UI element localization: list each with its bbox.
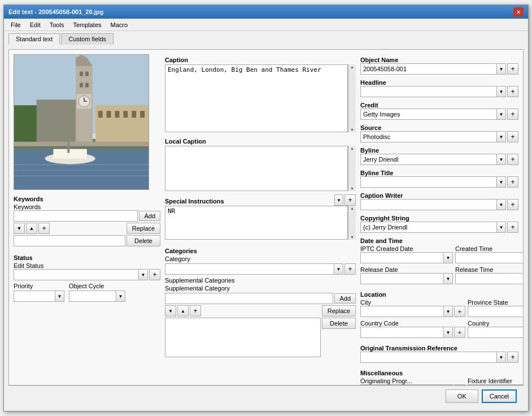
byline-title-dropdown[interactable]: ▼ bbox=[360, 176, 506, 188]
source-plus-btn[interactable]: + bbox=[507, 131, 518, 142]
object-name-input[interactable] bbox=[361, 65, 496, 73]
source-dd-btn[interactable]: ▼ bbox=[496, 132, 505, 142]
created-time-dropdown[interactable]: ▼ bbox=[455, 252, 524, 263]
edit-status-dropdown-btn[interactable]: ▼ bbox=[138, 270, 147, 280]
otr-dd-btn[interactable]: ▼ bbox=[496, 352, 505, 362]
credit-dropdown[interactable]: ▼ bbox=[360, 109, 506, 120]
menu-tools[interactable]: Tools bbox=[45, 20, 69, 29]
caption-textarea[interactable]: England, London, Big Ben and Thames Rive… bbox=[165, 64, 348, 132]
si-scroll-down[interactable]: ▼ bbox=[349, 235, 355, 240]
edit-status-plus-btn[interactable]: + bbox=[149, 269, 160, 280]
category-plus-btn[interactable]: + bbox=[345, 263, 356, 275]
release-time-input[interactable] bbox=[456, 275, 524, 283]
otr-dropdown[interactable]: ▼ bbox=[360, 352, 506, 363]
copyright-dropdown[interactable]: ▼ bbox=[360, 222, 506, 233]
si-scroll[interactable]: ▲ ▼ bbox=[348, 206, 356, 240]
sup-dd-btn[interactable]: ▼ bbox=[165, 305, 176, 317]
priority-arrow[interactable]: ▼ bbox=[55, 291, 64, 301]
caption-writer-dd-btn[interactable]: ▼ bbox=[496, 200, 505, 210]
object-name-dropdown[interactable]: ▼ bbox=[360, 63, 506, 75]
country-dropdown[interactable]: ▼ bbox=[468, 327, 524, 338]
sup-up-btn[interactable]: ▲ bbox=[177, 305, 189, 317]
local-caption-scroll[interactable]: ▲ ▼ bbox=[348, 146, 356, 191]
copyright-dd-btn[interactable]: ▼ bbox=[496, 222, 505, 232]
edit-status-input[interactable] bbox=[14, 271, 138, 279]
object-name-plus-btn[interactable]: + bbox=[507, 63, 518, 75]
created-time-input[interactable] bbox=[456, 254, 524, 262]
country-code-plus-btn[interactable]: + bbox=[454, 327, 465, 338]
byline-title-plus-btn[interactable]: + bbox=[507, 176, 518, 188]
caption-writer-dropdown[interactable]: ▼ bbox=[360, 199, 506, 210]
si-textarea[interactable]: NR bbox=[165, 206, 348, 240]
byline-title-dd-btn[interactable]: ▼ bbox=[496, 177, 505, 187]
headline-dropdown[interactable]: ▼ bbox=[360, 86, 506, 97]
menu-edit[interactable]: Edit bbox=[25, 20, 45, 29]
caption-writer-plus-btn[interactable]: + bbox=[507, 199, 518, 210]
caption-writer-input[interactable] bbox=[361, 201, 496, 209]
si-scroll-up[interactable]: ▲ bbox=[349, 206, 355, 211]
category-dropdown[interactable]: ▼ bbox=[165, 263, 343, 275]
category-input[interactable] bbox=[165, 265, 334, 273]
byline-input[interactable] bbox=[361, 155, 496, 163]
object-cycle-dropdown[interactable]: ▼ bbox=[69, 291, 125, 302]
close-button[interactable]: ✕ bbox=[513, 7, 524, 16]
tab-standard-text[interactable]: Standard text bbox=[8, 33, 60, 45]
local-scroll-up-btn[interactable]: ▲ bbox=[349, 146, 355, 151]
byline-dd-btn[interactable]: ▼ bbox=[496, 154, 505, 164]
ok-button[interactable]: OK bbox=[446, 389, 478, 403]
headline-plus-btn[interactable]: + bbox=[507, 86, 518, 97]
country-code-dropdown[interactable]: ▼ bbox=[360, 327, 453, 338]
byline-plus-btn[interactable]: + bbox=[507, 154, 518, 165]
object-name-dd-btn[interactable]: ▼ bbox=[496, 64, 505, 74]
object-cycle-arrow[interactable]: ▼ bbox=[116, 291, 125, 301]
menu-macro[interactable]: Macro bbox=[106, 20, 133, 29]
copyright-plus-btn[interactable]: + bbox=[507, 222, 518, 233]
otr-plus-btn[interactable]: + bbox=[507, 352, 518, 363]
country-code-input[interactable] bbox=[361, 328, 443, 336]
source-input[interactable] bbox=[361, 133, 496, 141]
local-caption-textarea[interactable] bbox=[165, 146, 348, 191]
headline-input[interactable] bbox=[361, 88, 496, 96]
release-date-dropdown[interactable]: ▼ bbox=[360, 273, 453, 284]
byline-dropdown[interactable]: ▼ bbox=[360, 154, 506, 165]
menu-file[interactable]: File bbox=[6, 20, 25, 29]
iptc-created-input[interactable] bbox=[361, 254, 443, 262]
si-add-btn[interactable]: + bbox=[345, 194, 356, 206]
headline-dd-btn[interactable]: ▼ bbox=[496, 86, 505, 97]
source-dropdown[interactable]: ▼ bbox=[360, 131, 506, 142]
supplemental-category-input[interactable] bbox=[165, 293, 333, 304]
supplemental-replace-btn[interactable]: Replace bbox=[322, 305, 356, 317]
keywords-list[interactable] bbox=[14, 235, 125, 246]
priority-dropdown[interactable]: ▼ bbox=[14, 291, 64, 302]
province-dropdown[interactable]: ▼ bbox=[468, 306, 524, 317]
scroll-down-btn[interactable]: ▼ bbox=[349, 127, 355, 132]
edit-status-dropdown[interactable]: ▼ bbox=[14, 269, 148, 280]
credit-input[interactable] bbox=[361, 110, 496, 118]
release-date-input[interactable] bbox=[361, 275, 443, 283]
copyright-input[interactable] bbox=[361, 223, 496, 231]
release-time-dropdown[interactable]: ▼ bbox=[455, 273, 524, 284]
keywords-add-btn[interactable]: Add bbox=[139, 211, 160, 221]
supplemental-delete-btn[interactable]: Delete bbox=[322, 318, 356, 329]
tab-custom-fields[interactable]: Custom fields bbox=[61, 33, 114, 45]
cancel-button[interactable]: Cancel bbox=[482, 389, 517, 403]
si-dropdown-btn[interactable]: ▼ bbox=[334, 194, 343, 206]
keywords-replace-btn[interactable]: Replace bbox=[127, 223, 160, 234]
caption-scroll[interactable]: ▲ ▼ bbox=[348, 64, 356, 132]
country-input[interactable] bbox=[468, 328, 524, 336]
menu-templates[interactable]: Templates bbox=[68, 20, 106, 29]
byline-title-input[interactable] bbox=[361, 178, 496, 186]
keywords-delete-btn[interactable]: Delete bbox=[127, 235, 160, 246]
supplemental-list[interactable] bbox=[165, 318, 321, 357]
keywords-input[interactable] bbox=[14, 210, 138, 222]
keywords-down-btn[interactable]: ▼ bbox=[14, 223, 25, 234]
keywords-up-btn[interactable]: ▲ bbox=[26, 223, 37, 234]
local-scroll-down-btn[interactable]: ▼ bbox=[349, 186, 355, 191]
keywords-plus-btn[interactable]: + bbox=[38, 223, 50, 234]
iptc-created-dd-btn[interactable]: ▼ bbox=[443, 253, 452, 263]
city-dd-btn[interactable]: ▼ bbox=[443, 306, 452, 317]
scroll-up-btn[interactable]: ▲ bbox=[349, 64, 355, 70]
sup-plus-btn[interactable]: + bbox=[190, 305, 201, 317]
credit-dd-btn[interactable]: ▼ bbox=[496, 109, 505, 119]
release-date-dd-btn[interactable]: ▼ bbox=[443, 274, 452, 284]
